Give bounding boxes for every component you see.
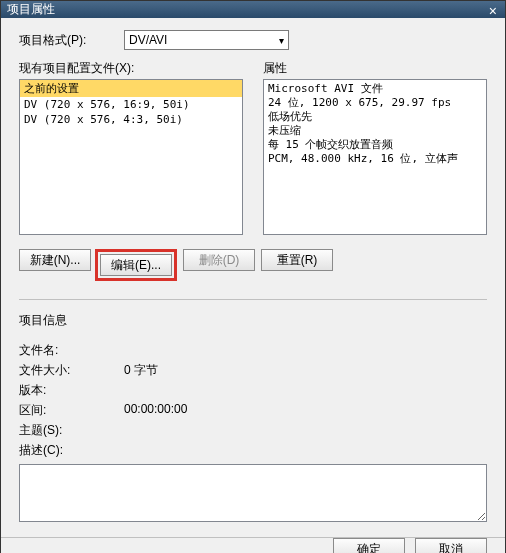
range-value: 00:00:00:00 — [124, 402, 187, 419]
dialog-window: 项目属性 × 项目格式(P): DV/AVI 现有项目配置文件(X): 之前的设… — [0, 0, 506, 553]
format-combo-value: DV/AVI — [129, 33, 167, 47]
content-area: 项目格式(P): DV/AVI 现有项目配置文件(X): 之前的设置 DV (7… — [1, 18, 505, 537]
profile-list[interactable]: 之前的设置 DV (720 x 576, 16:9, 50i) DV (720 … — [19, 79, 243, 235]
delete-button: 删除(D) — [183, 249, 255, 271]
desc-textarea[interactable] — [19, 464, 487, 522]
version-label: 版本: — [19, 382, 124, 399]
highlight-box: 编辑(E)... — [95, 249, 177, 281]
reset-button[interactable]: 重置(R) — [261, 249, 333, 271]
window-title: 项目属性 — [7, 1, 55, 18]
format-combo[interactable]: DV/AVI — [124, 30, 289, 50]
list-item[interactable]: DV (720 x 576, 4:3, 50i) — [20, 112, 242, 127]
info-grid: 文件名: 文件大小: 0 字节 版本: 区间: 00:00:00:00 主题(S… — [19, 339, 487, 525]
properties-label: 属性 — [263, 60, 487, 77]
filesize-value: 0 字节 — [124, 362, 158, 379]
divider — [19, 299, 487, 300]
properties-box: Microsoft AVI 文件 24 位, 1200 x 675, 29.97… — [263, 79, 487, 235]
existing-label: 现有项目配置文件(X): — [19, 60, 243, 77]
filename-label: 文件名: — [19, 342, 124, 359]
format-label: 项目格式(P): — [19, 32, 124, 49]
footer: 确定 取消 — [1, 537, 505, 553]
project-info-heading: 项目信息 — [19, 312, 487, 329]
filesize-label: 文件大小: — [19, 362, 124, 379]
new-button[interactable]: 新建(N)... — [19, 249, 91, 271]
list-item[interactable]: 之前的设置 — [20, 80, 242, 97]
range-label: 区间: — [19, 402, 124, 419]
list-item[interactable]: DV (720 x 576, 16:9, 50i) — [20, 97, 242, 112]
ok-button[interactable]: 确定 — [333, 538, 405, 553]
titlebar: 项目属性 × — [1, 1, 505, 18]
cancel-button[interactable]: 取消 — [415, 538, 487, 553]
desc-label: 描述(C): — [19, 442, 124, 459]
subject-label: 主题(S): — [19, 422, 124, 439]
subject-input[interactable] — [124, 422, 487, 439]
close-icon[interactable]: × — [489, 3, 497, 19]
edit-button[interactable]: 编辑(E)... — [100, 254, 172, 276]
